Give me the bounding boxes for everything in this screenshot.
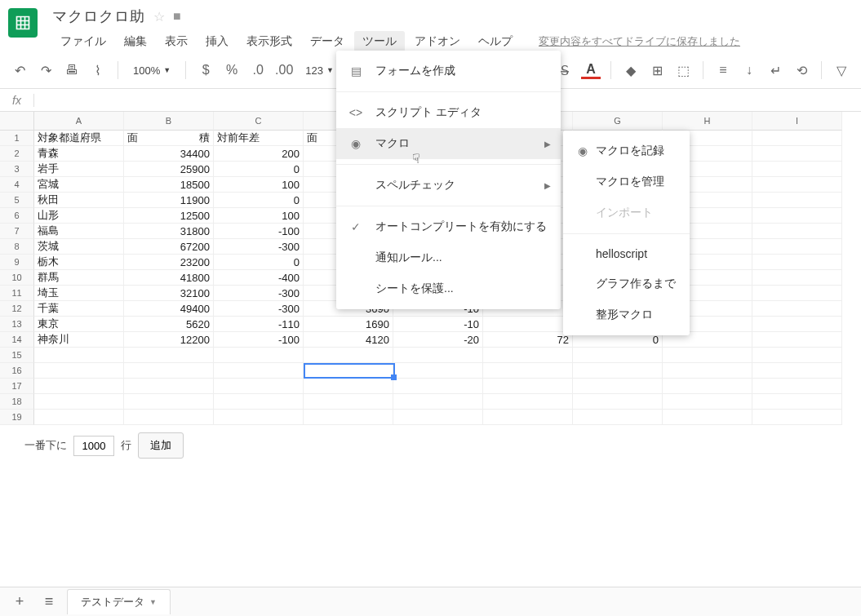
rotate-icon[interactable]: ⟲ <box>790 59 813 82</box>
cell[interactable]: 山形 <box>34 208 124 224</box>
star-icon[interactable]: ☆ <box>153 9 165 24</box>
row-header[interactable]: 17 <box>0 379 34 394</box>
cell[interactable] <box>483 379 573 394</box>
cell[interactable]: -100 <box>214 224 304 239</box>
row-header[interactable]: 14 <box>0 332 34 348</box>
cell[interactable] <box>483 348 573 363</box>
cell[interactable]: 67200 <box>124 239 214 255</box>
cell[interactable]: -110 <box>214 317 304 332</box>
cell[interactable] <box>752 239 842 255</box>
cell[interactable]: 34400 <box>124 146 214 162</box>
cell[interactable]: 岩手 <box>34 162 124 177</box>
tools-spellcheck[interactable]: スペルチェック▶ <box>336 170 561 201</box>
row-header[interactable]: 19 <box>0 410 34 425</box>
row-header[interactable]: 2 <box>0 146 34 162</box>
cell[interactable] <box>124 394 214 410</box>
currency-icon[interactable]: $ <box>194 59 217 82</box>
sheets-logo[interactable] <box>8 8 38 38</box>
cell[interactable]: 栃木 <box>34 255 124 270</box>
row-header[interactable]: 12 <box>0 301 34 317</box>
add-rows-input[interactable] <box>73 436 114 456</box>
cell[interactable]: 宮城 <box>34 177 124 193</box>
tools-macro[interactable]: ◉マクロ▶ <box>336 128 561 159</box>
cell[interactable] <box>573 379 663 394</box>
menu-edit[interactable]: 編集 <box>116 31 155 52</box>
cell[interactable] <box>124 379 214 394</box>
merge-icon[interactable]: ⬚ <box>672 59 695 82</box>
menu-addons[interactable]: アドオン <box>406 31 468 52</box>
cell[interactable] <box>304 394 393 410</box>
cell[interactable] <box>752 379 842 394</box>
cell[interactable] <box>573 394 663 410</box>
cell[interactable] <box>214 379 304 394</box>
valign-icon[interactable]: ↓ <box>738 59 761 82</box>
cell[interactable]: 23200 <box>124 255 214 270</box>
cell[interactable] <box>752 363 842 379</box>
cell[interactable] <box>393 394 483 410</box>
cell[interactable] <box>663 410 752 425</box>
cell[interactable]: 11900 <box>124 193 214 208</box>
cell[interactable] <box>214 394 304 410</box>
row-header[interactable]: 13 <box>0 317 34 332</box>
doc-title[interactable]: マクロクロ助 <box>52 7 145 26</box>
row-header[interactable]: 15 <box>0 348 34 363</box>
cell[interactable]: 群馬 <box>34 270 124 286</box>
cell[interactable]: 4120 <box>304 332 393 348</box>
cell[interactable] <box>663 363 752 379</box>
folder-icon[interactable]: ■ <box>173 9 181 24</box>
menu-insert[interactable]: 挿入 <box>197 31 237 52</box>
cell[interactable] <box>483 410 573 425</box>
select-all-corner[interactable] <box>0 112 34 131</box>
cell[interactable] <box>573 348 663 363</box>
row-header[interactable]: 5 <box>0 193 34 208</box>
cell[interactable] <box>304 363 393 379</box>
cell[interactable]: 25900 <box>124 162 214 177</box>
row-header[interactable]: 11 <box>0 286 34 301</box>
cell[interactable]: -400 <box>214 270 304 286</box>
cell[interactable]: 31800 <box>124 224 214 239</box>
filter-icon[interactable]: ▽ <box>830 59 853 82</box>
borders-icon[interactable]: ⊞ <box>646 59 668 82</box>
menu-help[interactable]: ヘルプ <box>470 31 521 52</box>
cell[interactable] <box>752 270 842 286</box>
cell[interactable]: 0 <box>214 255 304 270</box>
cell[interactable] <box>752 255 842 270</box>
cell[interactable] <box>393 379 483 394</box>
cell[interactable]: 秋田 <box>34 193 124 208</box>
cell[interactable] <box>752 146 842 162</box>
undo-icon[interactable]: ↶ <box>8 59 31 82</box>
menu-view[interactable]: 表示 <box>157 31 196 52</box>
cell[interactable] <box>304 410 393 425</box>
col-header[interactable]: C <box>214 112 304 131</box>
all-sheets-icon[interactable]: ≡ <box>38 591 60 614</box>
cell[interactable] <box>34 348 124 363</box>
cell[interactable] <box>214 348 304 363</box>
row-header[interactable]: 16 <box>0 363 34 379</box>
tools-autocomplete[interactable]: ✓オートコンプリートを有効にする <box>336 211 561 242</box>
cell[interactable] <box>483 363 573 379</box>
redo-icon[interactable]: ↷ <box>34 59 57 82</box>
menu-file[interactable]: ファイル <box>52 31 114 52</box>
col-header[interactable]: I <box>752 112 842 131</box>
cell[interactable] <box>663 348 752 363</box>
macro-format[interactable]: 整形マクロ <box>563 299 690 330</box>
cell[interactable] <box>752 348 842 363</box>
cell[interactable] <box>663 394 752 410</box>
cell[interactable]: -10 <box>393 317 483 332</box>
cell[interactable] <box>214 363 304 379</box>
paint-format-icon[interactable]: ⌇ <box>87 59 109 82</box>
decimal-dec-icon[interactable]: .0 <box>246 59 269 82</box>
cell[interactable] <box>483 317 573 332</box>
cell[interactable] <box>752 131 842 146</box>
row-header[interactable]: 3 <box>0 162 34 177</box>
cell[interactable]: -300 <box>214 301 304 317</box>
cell[interactable]: 100 <box>214 177 304 193</box>
cell[interactable] <box>34 394 124 410</box>
number-format-select[interactable]: 123 ▼ <box>299 61 340 80</box>
cell[interactable] <box>393 410 483 425</box>
wrap-icon[interactable]: ↵ <box>764 59 787 82</box>
col-header[interactable]: A <box>34 112 124 131</box>
cell[interactable]: 18500 <box>124 177 214 193</box>
halign-icon[interactable]: ≡ <box>712 59 735 82</box>
add-sheet-button[interactable]: + <box>8 591 31 614</box>
